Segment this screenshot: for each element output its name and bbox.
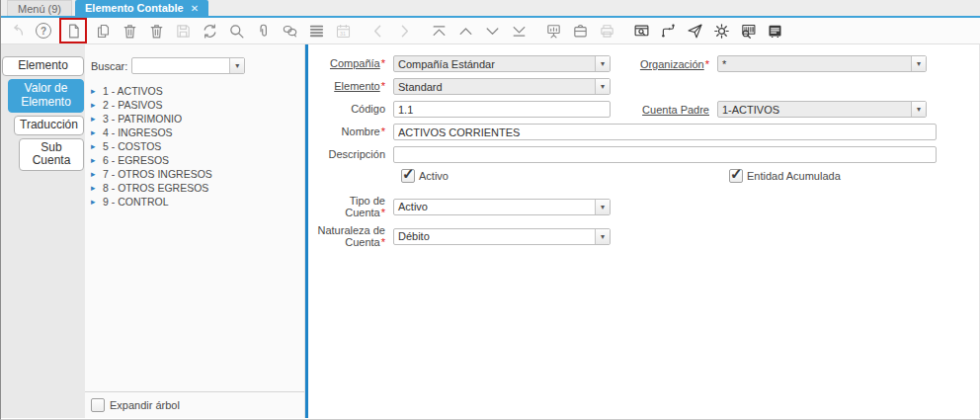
tree-expand-icon[interactable]: ▸ [91,169,99,179]
preferences-icon[interactable] [712,22,730,40]
tree-item-otros-egresos[interactable]: ▸8 - OTROS EGRESOS [91,181,304,195]
compania-label[interactable]: Compañía [330,57,380,69]
side-tab-valor-de-elemento[interactable]: Valor de Elemento [8,79,84,113]
form-row-compania-organizacion: Compañía* Compañía Estándar ▾ Organizaci… [308,55,979,72]
tab-menu[interactable]: Menú (9) [7,0,72,16]
tree-expand-icon[interactable]: ▸ [91,155,99,165]
parent-record-icon[interactable] [368,22,386,40]
undo-icon[interactable] [8,22,26,40]
refresh-icon[interactable] [201,22,218,40]
help-icon[interactable]: ? [35,22,52,40]
tree-item-activos[interactable]: ▸1 - ACTIVOS [91,84,304,98]
report-icon[interactable] [544,22,562,40]
new-record-icon[interactable] [64,22,82,40]
calendar-icon[interactable]: 31 [334,22,352,40]
grid-toggle-icon[interactable] [307,22,325,40]
cuenta-padre-combo: 1-ACTIVOS ▾ [717,101,927,118]
search-input[interactable] [132,58,229,73]
search-dropdown-button[interactable]: ▾ [229,58,244,73]
delete-selection-icon[interactable] [147,22,165,40]
tree-expand-icon[interactable]: ▸ [91,127,99,137]
side-tab-traduccion[interactable]: Traducción [14,116,84,135]
tree-item-label: 2 - PASIVOS [103,99,163,111]
elemento-value[interactable]: Standard [394,81,595,93]
cuenta-padre-dropdown-button[interactable]: ▾ [911,102,926,117]
required-marker: * [381,57,385,69]
elemento-dropdown-button[interactable]: ▾ [595,79,610,94]
tree-expand-icon[interactable]: ▸ [91,100,99,110]
tree-item-pasivos[interactable]: ▸2 - PASIVOS [91,98,304,112]
tree-expand-icon[interactable]: ▸ [91,197,99,207]
tipo-cuenta-dropdown-button[interactable]: ▾ [595,200,610,214]
cuenta-padre-value[interactable]: 1-ACTIVOS [718,104,911,116]
entidad-acumulada-checkbox[interactable]: ✓ [729,169,743,183]
tree-item-label: 4 - INGRESOS [103,126,173,138]
side-tab-sub-cuenta[interactable]: Sub Cuenta [19,138,84,172]
print-icon[interactable] [598,22,615,40]
tree-item-patrimonio[interactable]: ▸3 - PATRIMONIO [91,112,304,126]
naturaleza-value[interactable]: Débito [394,230,595,242]
naturaleza-dropdown-button[interactable]: ▾ [595,229,610,244]
tab-menu-label: Menú (9) [18,3,61,15]
cuenta-padre-label[interactable]: Cuenta Padre [642,104,709,116]
organizacion-dropdown-button[interactable]: ▾ [911,56,926,71]
checkmark-icon: ✓ [730,165,743,183]
find-icon[interactable] [227,22,245,40]
compania-combo: Compañía Estándar ▾ [393,55,611,72]
activo-checkbox[interactable]: ✓ [401,169,415,183]
workflow-icon[interactable] [659,22,677,40]
nombre-input[interactable] [393,124,937,140]
tipo-cuenta-value[interactable]: Activo [394,201,595,212]
tree-item-ingresos[interactable]: ▸4 - INGRESOS [91,126,304,139]
attachment-icon[interactable] [254,22,272,40]
tab-elemento-contable[interactable]: Elemento Contable ✕ [75,0,208,16]
organizacion-combo: * ▾ [717,55,927,72]
tree-item-label: 3 - PATRIMONIO [103,113,182,125]
tree-item-otros-ingresos[interactable]: ▸7 - OTROS INGRESOS [91,167,304,181]
form-row-elemento: Elemento* Standard ▾ [308,78,979,95]
form-row-descripcion: Descripción [308,146,979,163]
tree-expand-icon[interactable]: ▸ [91,86,99,96]
tree-expand-icon[interactable]: ▸ [91,141,99,151]
copy-record-icon[interactable] [94,22,112,40]
tree-expand-icon[interactable]: ▸ [91,114,99,124]
save-icon[interactable] [174,22,192,40]
codigo-input[interactable] [393,101,611,118]
elemento-label[interactable]: Elemento [334,80,379,92]
tree-item-egresos[interactable]: ▸6 - EGRESOS [91,153,304,167]
last-record-icon[interactable] [510,22,528,40]
required-marker: * [381,207,385,218]
side-tab-elemento[interactable]: Elemento [2,56,84,76]
side-tab-strip: Elemento Valor de Elemento Traducción Su… [1,44,85,418]
form-row-codigo-cuenta-padre: Código Cuenta Padre 1-ACTIVOS ▾ [308,101,979,118]
barcode-search-icon[interactable] [739,22,757,40]
compania-dropdown-button[interactable]: ▾ [595,56,610,71]
expand-tree-row: Expandir árbol [85,391,304,418]
search-label: Buscar: [91,60,127,72]
chevron-down-icon: ▾ [601,232,605,241]
send-request-icon[interactable] [686,22,703,40]
tree-expand-icon[interactable]: ▸ [91,183,99,193]
organizacion-label[interactable]: Organización [640,58,704,70]
previous-record-icon[interactable] [456,22,474,40]
quick-form-icon[interactable] [766,22,783,40]
delete-record-icon[interactable] [121,22,138,40]
zoom-across-icon[interactable] [632,22,650,40]
side-tab-elemento-label: Elemento [18,59,68,73]
next-record-icon[interactable] [483,22,501,40]
detail-record-icon[interactable] [395,22,413,40]
tree-item-control[interactable]: ▸9 - CONTROL [91,195,304,209]
first-record-icon[interactable] [430,22,448,40]
descripcion-input[interactable] [393,146,937,163]
window-tabbar: Menú (9) Elemento Contable ✕ [1,0,980,16]
compania-value[interactable]: Compañía Estándar [394,58,595,70]
organizacion-value[interactable]: * [718,58,911,70]
svg-text:31: 31 [339,30,345,36]
chevron-down-icon: ▾ [917,105,921,114]
archive-icon[interactable] [571,22,589,40]
expand-tree-checkbox[interactable] [91,398,105,412]
chat-icon[interactable] [281,22,298,40]
close-tab-icon[interactable]: ✕ [191,3,199,14]
naturaleza-label: Naturaleza de Cuenta [318,224,386,248]
tree-item-costos[interactable]: ▸5 - COSTOS [91,139,304,153]
